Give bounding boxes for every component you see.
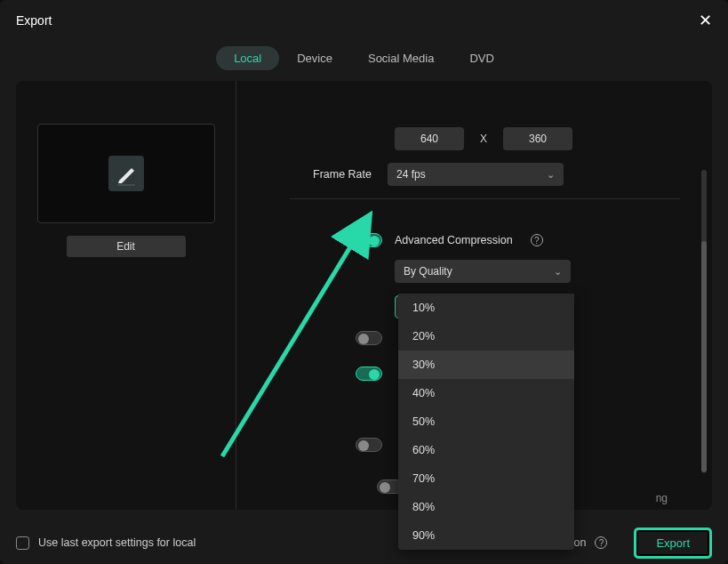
height-input[interactable] (503, 127, 572, 150)
width-input[interactable] (395, 127, 464, 150)
quality-opt-80[interactable]: 80% (398, 493, 574, 521)
quality-opt-50[interactable]: 50% (398, 407, 574, 436)
help-icon[interactable]: ? (531, 234, 543, 246)
compression-mode-row: By Quality ⌄ (395, 260, 680, 283)
window-title: Export (16, 13, 52, 28)
toggle-2[interactable] (356, 367, 382, 381)
preview-pane: Edit (16, 81, 236, 510)
quality-opt-10[interactable]: 10% (398, 294, 574, 322)
toggle-1[interactable] (356, 331, 382, 345)
divider (290, 198, 680, 199)
use-last-settings-checkbox[interactable] (16, 536, 29, 550)
quality-opt-70[interactable]: 70% (398, 464, 574, 493)
export-window: Export ✕ Local Device Social Media DVD E… (0, 0, 728, 564)
quality-opt-60[interactable]: 60% (398, 436, 574, 464)
toggle-3[interactable] (356, 438, 382, 452)
titlebar: Export ✕ (0, 0, 728, 41)
quality-opt-90[interactable]: 90% (398, 521, 574, 550)
quality-dropdown: 10% 20% 30% 40% 50% 60% 70% 80% 90% (398, 294, 574, 550)
close-icon[interactable]: ✕ (699, 12, 712, 28)
content-panel: Edit X Frame Rate 24 fps ⌄ Advanced Comp… (16, 81, 712, 510)
tab-device[interactable]: Device (279, 46, 350, 70)
footer: Use last export settings for local Durat… (0, 521, 728, 564)
adv-compression-label: Advanced Compression (395, 234, 513, 246)
chevron-down-icon: ⌄ (547, 169, 555, 181)
tab-bar: Local Device Social Media DVD (0, 46, 728, 70)
edit-button[interactable]: Edit (67, 236, 186, 257)
quality-opt-40[interactable]: 40% (398, 379, 574, 407)
framerate-value: 24 fps (396, 168, 426, 181)
compression-mode-value: By Quality (404, 265, 452, 278)
scrollbar-thumb[interactable] (701, 241, 707, 472)
use-last-settings-label: Use last export settings for local (38, 536, 196, 549)
resolution-separator: X (480, 133, 487, 145)
help-icon[interactable]: ? (595, 536, 607, 549)
compression-mode-select[interactable]: By Quality ⌄ (395, 260, 571, 283)
tab-dvd[interactable]: DVD (452, 46, 511, 70)
quality-opt-30[interactable]: 30% (398, 350, 574, 379)
preview-thumbnail (37, 124, 215, 223)
edit-icon (103, 150, 149, 197)
adv-compression-row: Advanced Compression ? (356, 233, 680, 247)
tab-social-media[interactable]: Social Media (350, 46, 452, 70)
framerate-label: Frame Rate (290, 168, 388, 181)
chevron-down-icon: ⌄ (554, 266, 562, 278)
export-button[interactable]: Export (634, 528, 712, 559)
tab-local[interactable]: Local (216, 46, 279, 70)
scrollbar[interactable] (701, 170, 707, 472)
resolution-row: X (395, 127, 680, 150)
framerate-row: Frame Rate 24 fps ⌄ (290, 163, 680, 186)
quality-opt-20[interactable]: 20% (398, 322, 574, 350)
svg-rect-1 (117, 184, 135, 186)
adv-compression-toggle[interactable] (356, 233, 382, 247)
framerate-select[interactable]: 24 fps ⌄ (388, 163, 564, 186)
peeking-text: ng (656, 492, 668, 504)
